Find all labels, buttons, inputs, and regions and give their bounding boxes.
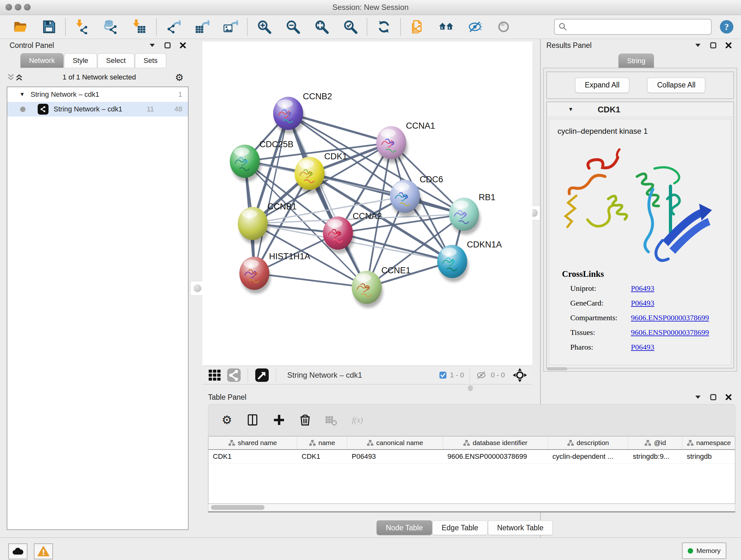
- bottom-splitter-handle[interactable]: [468, 385, 473, 391]
- highlight-button[interactable]: [495, 19, 512, 35]
- annotation-share-button[interactable]: [409, 19, 425, 35]
- tab-select[interactable]: Select: [98, 53, 134, 68]
- refresh-view-button[interactable]: [376, 19, 392, 35]
- collapse-caret-icon[interactable]: [694, 41, 702, 50]
- float-window-icon[interactable]: [709, 393, 718, 401]
- table-delete-button[interactable]: [325, 413, 339, 427]
- selected-checkbox-icon[interactable]: [439, 371, 447, 379]
- tab-sets[interactable]: Sets: [135, 53, 166, 68]
- open-session-button[interactable]: [12, 19, 28, 35]
- table-cell[interactable]: stringdb:9...: [628, 450, 682, 463]
- node-CCNE1[interactable]: CCNE1: [352, 266, 411, 308]
- collapse-all-button[interactable]: Collapse All: [647, 78, 705, 93]
- search-input[interactable]: [567, 22, 707, 31]
- node-RB1[interactable]: RB1: [449, 192, 495, 235]
- hidden-eye-icon[interactable]: [476, 371, 488, 380]
- node-CDKN1A[interactable]: CDKN1A: [437, 240, 502, 282]
- close-panel-icon[interactable]: [179, 41, 187, 50]
- tab-edge-table[interactable]: Edge Table: [432, 520, 488, 535]
- tab-network[interactable]: Network: [20, 53, 64, 68]
- column-header-name[interactable]: name: [297, 436, 347, 449]
- save-session-button[interactable]: [41, 19, 57, 35]
- table-cell[interactable]: CDK1: [297, 450, 347, 463]
- results-hscroll-thumb[interactable]: [547, 367, 567, 370]
- table-delete-row-button[interactable]: [298, 413, 313, 427]
- table-add-button[interactable]: [272, 413, 286, 427]
- gene-section-header[interactable]: ▼ CDK1: [547, 102, 733, 117]
- tab-node-table[interactable]: Node Table: [377, 520, 432, 535]
- tab-network-table[interactable]: Network Table: [488, 520, 553, 535]
- column-header-canonical-name[interactable]: canonical name: [347, 436, 443, 449]
- column-header-database-identifier[interactable]: database identifier: [443, 436, 548, 449]
- search-box[interactable]: [554, 19, 712, 35]
- network-canvas[interactable]: CCNB2CCNA1CDC25BCDK1CDC6RB1CCNB1CCNA2CDK…: [202, 42, 532, 366]
- table-cell[interactable]: cyclin-dependent ...: [548, 450, 628, 463]
- network-row-selected[interactable]: String Network – cdk1 11 48: [7, 102, 188, 117]
- table-columns-button[interactable]: [246, 413, 260, 427]
- crosslink-label: Tissues:: [570, 328, 631, 337]
- import-network-file-button[interactable]: [74, 19, 90, 35]
- column-header-description[interactable]: description: [548, 436, 628, 449]
- window-minimize-icon[interactable]: [15, 4, 21, 10]
- node-CCNB2[interactable]: CCNB2: [273, 91, 332, 134]
- network-options-gear-icon[interactable]: ⚙: [175, 73, 184, 81]
- expand-all-networks-icon[interactable]: [7, 73, 15, 81]
- close-panel-icon[interactable]: [724, 393, 733, 401]
- node-CDC6[interactable]: CDC6: [390, 175, 443, 217]
- window-close-icon[interactable]: [5, 4, 12, 10]
- zoom-selected-button[interactable]: [342, 19, 358, 35]
- network-collection-row[interactable]: ▼ String Network – cdk1 1: [7, 87, 188, 102]
- tree-expander-icon[interactable]: ▼: [19, 91, 25, 98]
- grid-view-icon[interactable]: [207, 367, 223, 383]
- crosslink-link[interactable]: 9606.ENSP00000378699: [631, 314, 709, 322]
- import-network-database-button[interactable]: [103, 19, 119, 35]
- column-header-shared-name[interactable]: shared name: [208, 436, 297, 449]
- network-bundle-button[interactable]: [438, 19, 454, 35]
- column-header--id[interactable]: @id: [628, 436, 682, 449]
- export-table-button[interactable]: [194, 19, 210, 35]
- section-collapse-icon[interactable]: ▼: [568, 106, 574, 113]
- tab-string[interactable]: String: [618, 54, 654, 68]
- warning-status-button[interactable]: [34, 543, 53, 559]
- node-CDC25B[interactable]: CDC25B: [230, 139, 293, 182]
- crosslink-link[interactable]: P06493: [631, 299, 654, 307]
- zoom-fit-content-button[interactable]: [314, 19, 330, 35]
- column-header-namespace[interactable]: namespace: [682, 436, 735, 449]
- collapse-all-networks-icon[interactable]: [15, 73, 23, 81]
- fit-crosshair-icon[interactable]: [512, 367, 528, 383]
- expand-all-button[interactable]: Expand All: [575, 78, 630, 93]
- crosslink-link[interactable]: P06493: [631, 284, 654, 293]
- zoom-in-button[interactable]: [256, 19, 272, 35]
- table-cell[interactable]: CDK1: [208, 450, 297, 463]
- export-network-button[interactable]: [165, 19, 181, 35]
- hide-unhide-button[interactable]: [467, 19, 483, 35]
- cloud-status-button[interactable]: [8, 543, 27, 559]
- collapse-caret-icon[interactable]: [148, 41, 156, 50]
- table-cell[interactable]: stringdb: [682, 450, 735, 463]
- table-hscrollbar[interactable]: [208, 504, 735, 511]
- collapse-caret-icon[interactable]: [694, 393, 702, 401]
- table-cell[interactable]: 9606.ENSP00000378699: [443, 450, 548, 463]
- close-panel-icon[interactable]: [724, 41, 733, 50]
- birdseye-view-icon[interactable]: [254, 367, 270, 383]
- table-gear-button[interactable]: ⚙: [220, 413, 234, 427]
- edge-CCNB2-HIST1H1A[interactable]: [254, 113, 288, 273]
- help-button[interactable]: ?: [719, 19, 735, 35]
- memory-button[interactable]: Memory: [682, 543, 726, 559]
- float-window-icon[interactable]: [163, 41, 172, 50]
- node-HIST1H1A[interactable]: HIST1H1A: [239, 252, 310, 294]
- node-CCNB1[interactable]: CCNB1: [238, 202, 297, 244]
- table-fx-button[interactable]: f(x): [351, 413, 365, 427]
- tab-style[interactable]: Style: [64, 53, 97, 68]
- crosslink-link[interactable]: P06493: [631, 343, 654, 352]
- float-window-icon[interactable]: [709, 41, 718, 50]
- edge-HIST1H1A-CCNE1[interactable]: [254, 273, 367, 287]
- window-zoom-icon[interactable]: [24, 4, 30, 10]
- import-table-file-button[interactable]: [132, 19, 148, 35]
- crosslink-link[interactable]: 9606.ENSP00000378699: [631, 328, 709, 337]
- export-image-button[interactable]: [223, 19, 239, 35]
- table-row[interactable]: CDK1CDK1P064939606.ENSP00000378699cyclin…: [208, 450, 735, 463]
- table-cell[interactable]: P06493: [347, 450, 443, 463]
- network-share-view-icon[interactable]: [226, 367, 242, 383]
- zoom-out-button[interactable]: [285, 19, 301, 35]
